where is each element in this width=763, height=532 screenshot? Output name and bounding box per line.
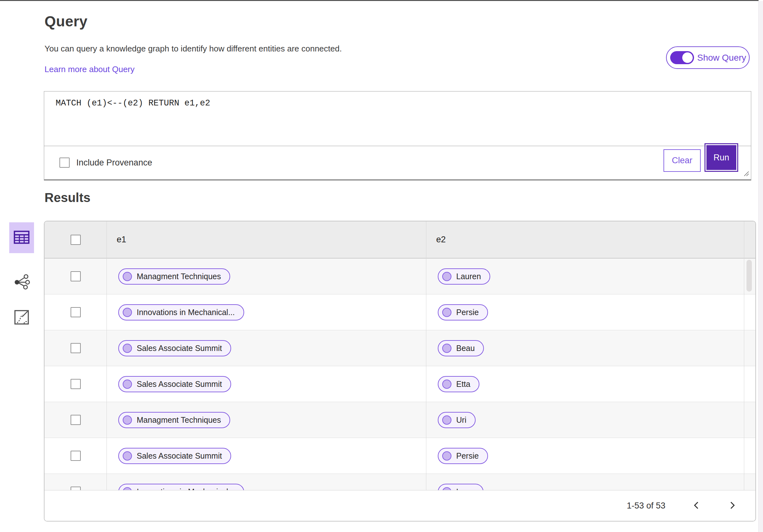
pill-label: Sales Associate Summit [137, 451, 222, 461]
column-header-e2: e2 [436, 235, 446, 244]
query-panel: MATCH (e1)<--(e2) RETURN e1,e2 Include P… [44, 91, 751, 180]
graph-view-icon [13, 273, 30, 291]
pill-label: Etta [456, 380, 470, 389]
pill-label: Lauren [456, 272, 481, 281]
minimap-view-icon [14, 310, 29, 326]
table-row: Sales Associate Summit Etta [45, 366, 755, 402]
page-scrollbar[interactable] [758, 1, 763, 532]
provenance-label: Include Provenance [76, 158, 152, 168]
entity-pill-e1[interactable]: Sales Associate Summit [118, 340, 231, 356]
entity-node-icon [123, 344, 132, 353]
previous-page-button[interactable] [691, 500, 702, 511]
pill-label: Sales Associate Summit [137, 344, 222, 353]
pill-label: Managment Techniques [137, 415, 221, 425]
column-divider [106, 222, 107, 491]
entity-node-icon [123, 451, 132, 461]
query-editor-input[interactable]: MATCH (e1)<--(e2) RETURN e1,e2 [44, 91, 751, 146]
table-row: Innovations in Mechanical... Larry [45, 474, 755, 491]
entity-node-icon [442, 380, 451, 389]
toggle-knob [682, 52, 693, 63]
table-row: Sales Associate Summit Beau [45, 330, 755, 366]
entity-pill-e1[interactable]: Innovations in Mechanical... [118, 304, 244, 320]
pill-label: Sales Associate Summit [137, 380, 222, 389]
pill-label: Beau [456, 344, 475, 353]
entity-node-icon [442, 308, 451, 317]
entity-pill-e2[interactable]: Persie [438, 448, 488, 464]
page-title: Query [45, 13, 87, 30]
results-table: e1 e2 Managment Techniques Lauren Innova… [44, 221, 756, 521]
row-checkbox[interactable] [70, 307, 81, 317]
entity-pill-e1[interactable]: Innovations in Mechanical... [118, 484, 244, 491]
pagination-range-label: 1-53 of 53 [627, 501, 665, 511]
entity-node-icon [123, 380, 132, 389]
entity-pill-e2[interactable]: Beau [438, 340, 484, 356]
table-row: Managment Techniques Lauren [45, 259, 755, 295]
table-view-icon [14, 230, 30, 245]
next-page-button[interactable] [727, 500, 738, 511]
clear-button[interactable]: Clear [664, 149, 701, 172]
row-checkbox[interactable] [70, 415, 81, 425]
entity-pill-e1[interactable]: Managment Techniques [118, 412, 230, 428]
row-checkbox[interactable] [70, 451, 81, 461]
page-description: You can query a knowledge graph to ident… [45, 44, 342, 54]
show-query-toggle[interactable]: Show Query [666, 46, 750, 69]
learn-more-link[interactable]: Learn more about Query [45, 64, 135, 74]
query-actions-bar: Include Provenance Clear Run [44, 146, 751, 179]
view-table-button[interactable] [9, 222, 34, 253]
entity-node-icon [442, 451, 451, 461]
top-border [0, 0, 759, 1]
pill-label: Managment Techniques [137, 272, 221, 281]
toggle-switch-icon[interactable] [670, 51, 694, 64]
chevron-left-icon [693, 501, 699, 511]
chevron-right-icon [730, 501, 735, 511]
row-checkbox[interactable] [70, 379, 81, 389]
include-provenance-option[interactable]: Include Provenance [59, 157, 152, 168]
entity-node-icon [442, 415, 451, 425]
entity-pill-e1[interactable]: Sales Associate Summit [118, 376, 231, 392]
entity-pill-e1[interactable]: Sales Associate Summit [118, 448, 231, 464]
results-title: Results [45, 191, 91, 205]
pill-label: Uri [456, 415, 466, 425]
table-body: Managment Techniques Lauren Innovations … [45, 259, 755, 491]
column-divider [426, 222, 426, 491]
column-header-e1: e1 [117, 235, 126, 244]
pill-label: Persie [456, 308, 479, 317]
pill-label: Persie [456, 451, 479, 461]
entity-pill-e2[interactable]: Uri [438, 412, 476, 428]
table-row: Innovations in Mechanical... Persie [45, 295, 755, 330]
entity-pill-e2[interactable]: Larry [438, 484, 484, 491]
pill-label: Innovations in Mechanical... [137, 308, 235, 317]
entity-pill-e2[interactable]: Lauren [438, 268, 490, 285]
run-button[interactable]: Run [707, 145, 736, 170]
scrollbar-track-divider [744, 222, 744, 491]
entity-node-icon [123, 272, 132, 281]
provenance-checkbox[interactable] [59, 157, 70, 168]
row-checkbox[interactable] [70, 343, 81, 353]
table-header-row: e1 e2 [45, 222, 755, 259]
entity-pill-e2[interactable]: Etta [438, 376, 480, 392]
table-row: Sales Associate Summit Persie [45, 438, 755, 474]
select-all-checkbox[interactable] [70, 235, 81, 245]
entity-pill-e2[interactable]: Persie [438, 304, 488, 320]
table-row: Managment Techniques Uri [45, 402, 755, 438]
entity-node-icon [442, 272, 451, 281]
view-graph-button[interactable] [9, 269, 34, 295]
entity-node-icon [123, 308, 132, 317]
table-footer: 1-53 of 53 [45, 490, 755, 521]
entity-pill-e1[interactable]: Managment Techniques [118, 268, 230, 285]
show-query-label: Show Query [697, 53, 746, 63]
row-checkbox[interactable] [70, 271, 81, 281]
view-minimap-button[interactable] [9, 305, 34, 330]
table-scrollbar-thumb[interactable] [746, 260, 752, 292]
entity-node-icon [123, 415, 132, 425]
query-page: Query You can query a knowledge graph to… [0, 0, 763, 532]
entity-node-icon [442, 344, 451, 353]
